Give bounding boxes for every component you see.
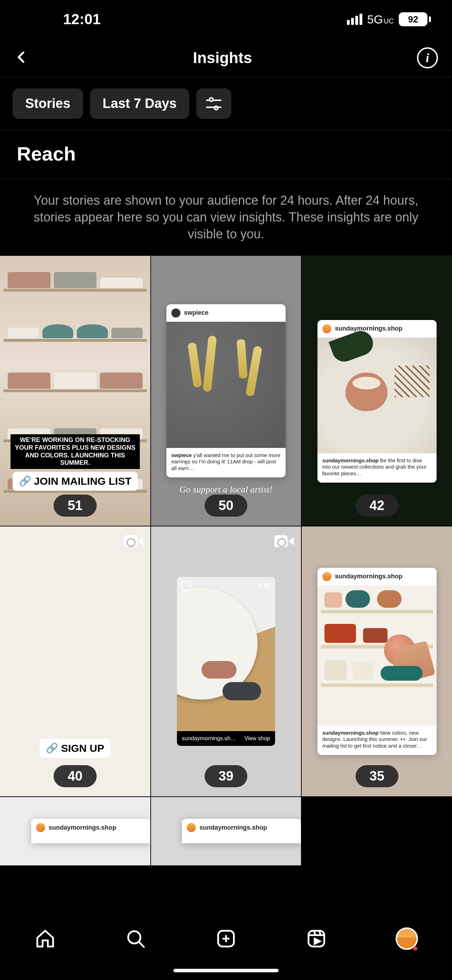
reel-action: View shop [244, 735, 270, 742]
story-tile[interactable]: sundaymornings.shop sundaymornings.shop … [302, 527, 452, 796]
shared-post-card: sundaymornings.shop [31, 819, 150, 843]
story-tile[interactable]: sundaymornings.shop [0, 797, 150, 865]
post-username: sundaymornings.shop [49, 824, 116, 831]
post-caption: swpiece y'all wanted me to put out some … [166, 448, 286, 477]
shared-post-card: swpiece swpiece y'all wanted me to put o… [166, 304, 286, 477]
svg-line-1 [139, 942, 144, 947]
filter-options-button[interactable] [196, 88, 231, 119]
svg-point-0 [128, 931, 140, 943]
story-overlay-text: WE'RE WORKING ON RE-STOCKING YOUR FAVORI… [11, 434, 140, 469]
video-icon [124, 533, 143, 549]
section-description: Your stories are shown to your audience … [0, 179, 452, 256]
nav-search[interactable] [123, 926, 148, 951]
story-tile[interactable]: 0:39 sundaymornings.sh… View shop 39 [151, 527, 301, 796]
status-bar: 12:01 5GUC 92 [0, 0, 452, 38]
section-title: Reach [0, 130, 452, 179]
profile-avatar-icon [396, 928, 418, 950]
cellular-signal-icon [347, 14, 362, 25]
post-avatar-icon [187, 823, 196, 832]
story-tile[interactable]: swpiece swpiece y'all wanted me to put o… [151, 256, 301, 526]
post-avatar-icon [322, 324, 331, 333]
network-type: 5GUC [367, 13, 394, 26]
post-image [166, 322, 286, 448]
post-image [317, 585, 436, 725]
shared-post-card: sundaymornings.shop sundaymornings.shop … [317, 568, 436, 755]
post-avatar-icon [322, 572, 331, 581]
notification-dot-icon [413, 947, 417, 951]
battery-indicator: 92 [399, 12, 431, 26]
post-image [317, 337, 436, 453]
reach-count: 39 [205, 765, 247, 787]
empty-tile [302, 797, 452, 865]
post-username: sundaymornings.shop [199, 824, 267, 831]
status-right: 5GUC 92 [347, 12, 431, 26]
home-indicator [173, 969, 279, 972]
shared-post-card: sundaymornings.shop sundaymornings.shop … [317, 320, 436, 483]
shared-reel-card: 0:39 sundaymornings.sh… View shop [177, 577, 275, 746]
nav-reels[interactable] [304, 926, 329, 951]
reel-duration: 0:39 [258, 582, 270, 589]
page-title: Insights [193, 49, 252, 67]
reach-count: 42 [356, 495, 398, 517]
link-icon: 🔗 [19, 475, 31, 487]
post-avatar-icon [171, 309, 180, 318]
reel-username: sundaymornings.sh… [182, 735, 236, 742]
story-link-sticker: 🔗 SIGN UP [40, 739, 110, 758]
reach-count: 51 [54, 495, 96, 517]
story-link-sticker: 🔗 JOIN MAILING LIST [13, 472, 138, 491]
reach-count: 40 [54, 765, 96, 787]
shared-post-card: sundaymornings.shop [182, 819, 301, 843]
post-caption: sundaymornings.shop Be the first to dive… [317, 453, 436, 483]
filter-content-type[interactable]: Stories [13, 88, 83, 119]
story-tile[interactable]: 🔗 SIGN UP 40 [0, 527, 150, 796]
reach-count: 35 [356, 765, 398, 787]
post-caption: sundaymornings.shop New colors, new desi… [317, 725, 436, 755]
battery-level: 92 [399, 12, 428, 26]
back-button[interactable] [14, 48, 28, 67]
page-header: Insights i [0, 38, 452, 77]
nav-create[interactable] [214, 926, 238, 951]
status-time: 12:01 [63, 11, 100, 28]
story-tile[interactable]: WE'RE WORKING ON RE-STOCKING YOUR FAVORI… [0, 256, 150, 526]
post-username: swpiece [184, 309, 208, 317]
reach-count: 50 [205, 495, 247, 517]
post-username: sundaymornings.shop [335, 325, 403, 332]
reel-icon [181, 581, 191, 591]
svg-marker-9 [315, 939, 320, 944]
story-text-caption: Go support a local artist! [151, 484, 301, 495]
story-tile[interactable]: sundaymornings.shop [151, 797, 301, 865]
link-icon: 🔗 [46, 742, 58, 754]
post-avatar-icon [36, 823, 45, 832]
filter-bar: Stories Last 7 Days [0, 77, 452, 130]
nav-profile[interactable] [395, 926, 419, 951]
stories-grid: WE'RE WORKING ON RE-STOCKING YOUR FAVORI… [0, 256, 452, 865]
video-icon [274, 533, 294, 549]
post-username: sundaymornings.shop [335, 573, 403, 580]
filter-period[interactable]: Last 7 Days [90, 88, 189, 119]
story-tile[interactable]: sundaymornings.shop sundaymornings.shop … [302, 256, 452, 526]
sliders-icon [206, 97, 221, 110]
reel-thumbnail: 0:39 [177, 577, 275, 731]
info-button[interactable]: i [417, 47, 438, 68]
nav-home[interactable] [33, 926, 57, 951]
